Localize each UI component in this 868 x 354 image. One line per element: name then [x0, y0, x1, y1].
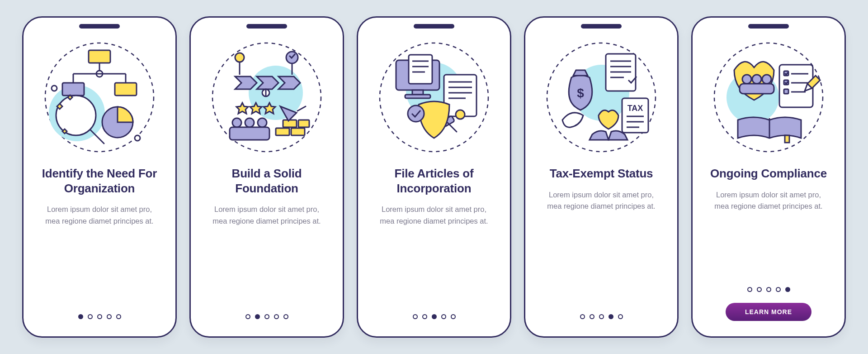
svg-rect-35: [409, 55, 432, 84]
svg-rect-2: [89, 50, 110, 63]
dot[interactable]: [88, 314, 93, 319]
svg-point-14: [135, 135, 140, 141]
card-title: Build a Solid Foundation: [204, 166, 329, 196]
dot[interactable]: [413, 314, 418, 319]
svg-point-67: [762, 75, 771, 84]
svg-point-46: [456, 110, 465, 119]
dot[interactable]: [245, 314, 250, 319]
dot[interactable]: [432, 314, 437, 319]
dot[interactable]: [116, 314, 121, 319]
svg-rect-77: [785, 135, 789, 143]
card-title: Tax-Exempt Status: [550, 166, 653, 181]
dot[interactable]: [580, 314, 585, 319]
svg-rect-30: [298, 120, 309, 127]
onboarding-card: Build a Solid Foundation Lorem ipsum dol…: [189, 16, 344, 338]
pagination-dots: [747, 287, 790, 292]
svg-rect-27: [276, 128, 289, 135]
svg-point-17: [235, 53, 244, 62]
card-description: Lorem ipsum dolor sit amet pro, mea regi…: [208, 204, 326, 227]
dot[interactable]: [78, 314, 83, 319]
dot[interactable]: [618, 314, 623, 319]
dot[interactable]: [599, 314, 604, 319]
svg-point-65: [742, 75, 751, 84]
dot[interactable]: [274, 314, 279, 319]
dot[interactable]: [776, 287, 781, 292]
dot[interactable]: [747, 287, 752, 292]
svg-text:$: $: [577, 86, 584, 100]
svg-rect-8: [62, 83, 84, 96]
device-notch: [246, 24, 287, 29]
onboarding-card: Ongoing Compliance Lorem ipsum dolor sit…: [691, 16, 846, 338]
org-chart-magnify-icon: [41, 38, 158, 156]
dot[interactable]: [766, 287, 771, 292]
svg-point-24: [245, 118, 254, 127]
card-title: Identify the Need For Organization: [37, 166, 162, 196]
dot[interactable]: [590, 314, 594, 319]
svg-rect-68: [740, 84, 774, 94]
learn-more-button[interactable]: LEARN MORE: [726, 303, 811, 321]
card-description: Lorem ipsum dolor sit amet pro, mea regi…: [41, 204, 158, 227]
dot[interactable]: [451, 314, 456, 319]
device-notch: [79, 24, 120, 29]
onboarding-card: Identify the Need For Organization Lorem…: [22, 16, 177, 338]
dot[interactable]: [264, 314, 269, 319]
onboarding-card: File Articles of Incorporation Lorem ips…: [357, 16, 511, 338]
card-description: Lorem ipsum dolor sit amet pro, mea regi…: [710, 189, 827, 212]
dot[interactable]: [609, 314, 613, 319]
pagination-dots: [78, 314, 121, 319]
pagination-dots: [245, 314, 288, 319]
svg-point-66: [752, 75, 761, 84]
svg-point-25: [258, 118, 267, 127]
card-title: Ongoing Compliance: [710, 166, 827, 181]
svg-line-48: [448, 123, 457, 132]
onboarding-carousel: Identify the Need For Organization Lorem…: [22, 16, 846, 338]
dot[interactable]: [255, 314, 260, 319]
svg-rect-29: [283, 120, 297, 127]
dot[interactable]: [757, 287, 762, 292]
svg-point-23: [232, 118, 241, 127]
device-notch: [748, 24, 789, 29]
svg-rect-9: [115, 83, 137, 96]
svg-point-10: [56, 96, 96, 135]
svg-rect-74: [784, 89, 788, 94]
device-notch: [414, 24, 454, 29]
articles-shield-icon: [375, 38, 493, 156]
onboarding-card: $ TAX Tax-Exempt Status Lorem ipsum dolo…: [524, 16, 679, 338]
dot[interactable]: [107, 314, 112, 319]
dot[interactable]: [785, 287, 790, 292]
svg-rect-40: [405, 95, 430, 98]
dot[interactable]: [283, 314, 288, 319]
svg-rect-26: [230, 127, 269, 140]
svg-text:TAX: TAX: [627, 104, 643, 113]
pagination-dots: [413, 314, 456, 319]
tax-exempt-icon: $ TAX: [542, 38, 660, 156]
svg-point-13: [52, 86, 57, 91]
dot[interactable]: [97, 314, 102, 319]
foundation-bricks-icon: [208, 38, 326, 156]
compliance-checklist-icon: [710, 38, 827, 156]
svg-rect-28: [291, 128, 305, 135]
card-description: Lorem ipsum dolor sit amet pro, mea regi…: [375, 204, 493, 227]
dot[interactable]: [441, 314, 446, 319]
card-title: File Articles of Incorporation: [372, 166, 496, 196]
device-notch: [581, 24, 622, 29]
card-description: Lorem ipsum dolor sit amet pro, mea regi…: [542, 189, 660, 212]
dot[interactable]: [422, 314, 427, 319]
svg-point-49: [408, 105, 424, 122]
pagination-dots: [580, 314, 623, 319]
